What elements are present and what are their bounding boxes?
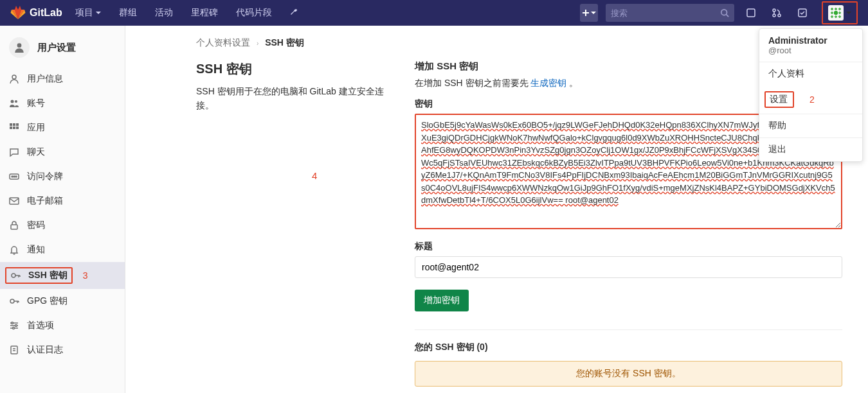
sidebar-item-label: 账号 [27, 98, 45, 109]
apps-icon [9, 123, 19, 133]
key-icon [10, 270, 21, 281]
pre-text-after: 。 [566, 78, 578, 88]
dropdown-user-name: Administrator [768, 35, 853, 46]
sidebar-item-profile[interactable]: 用户信息 [0, 67, 125, 91]
preferences-icon [9, 320, 19, 331]
svg-point-22 [12, 274, 15, 277]
svg-rect-10 [10, 123, 12, 126]
sidebar-title: 用户设置 [37, 42, 76, 54]
search-input[interactable] [611, 8, 720, 18]
top-nav: GitLab 项目 群组 活动 里程碑 代码片段 [0, 0, 868, 26]
annotation-3: 3 [83, 270, 88, 281]
todos-icon[interactable] [793, 4, 811, 22]
mail-icon [9, 196, 19, 206]
dropdown-profile[interactable]: 个人资料 [759, 62, 862, 85]
svg-point-19 [15, 176, 17, 177]
svg-point-7 [12, 75, 16, 79]
description-column: SSH 密钥 SSH 密钥用于在您的电脑和 GitLab 建立安全连接。 [196, 60, 389, 387]
generate-key-link[interactable]: 生成密钥 [530, 78, 566, 88]
svg-point-9 [15, 100, 17, 103]
dropdown-user-handle: @root [768, 46, 853, 55]
sidebar-item-label: 认证日志 [27, 344, 63, 356]
title-field-label: 标题 [415, 241, 842, 252]
admin-wrench-icon[interactable] [285, 4, 303, 22]
sidebar-item-chat[interactable]: 聊天 [0, 140, 125, 164]
chat-icon [9, 147, 19, 157]
page-description: SSH 密钥用于在您的电脑和 GitLab 建立安全连接。 [196, 84, 389, 113]
svg-point-23 [10, 299, 14, 303]
gitlab-icon [10, 5, 26, 21]
sidebar-item-password[interactable]: 密码 [0, 213, 125, 238]
avatar-icon [828, 5, 844, 21]
sidebar-item-account[interactable]: 账号 [0, 91, 125, 116]
svg-point-3 [773, 14, 775, 17]
main-content: 4 个人资料设置 › SSH 密钥 SSH 密钥 SSH 密钥用于在您的电脑和 … [125, 26, 868, 393]
title-input[interactable] [415, 256, 842, 278]
sidebar-item-gpg-keys[interactable]: GPG 密钥 [0, 289, 125, 313]
sidebar-item-preferences[interactable]: 首选项 [0, 313, 125, 338]
sidebar-item-label: SSH 密钥 [28, 270, 68, 281]
svg-rect-27 [11, 346, 17, 354]
sidebar-item-auth-log[interactable]: 认证日志 [0, 338, 125, 362]
merge-requests-icon[interactable] [768, 4, 786, 22]
issues-icon[interactable] [742, 4, 760, 22]
svg-rect-15 [16, 127, 19, 129]
new-dropdown-button[interactable] [580, 4, 598, 22]
sidebar-item-label: 聊天 [27, 146, 45, 158]
caret-down-icon [846, 12, 851, 14]
sidebar-item-notifications[interactable]: 通知 [0, 238, 125, 262]
nav-groups[interactable]: 群组 [114, 7, 142, 19]
breadcrumb-current: SSH 密钥 [265, 37, 304, 48]
dropdown-logout[interactable]: 退出 [759, 138, 862, 161]
sidebar: 用户设置 用户信息 账号 应用 聊天 访问令牌 电子邮箱 密码 通知 SSH 密… [0, 26, 125, 393]
dropdown-settings[interactable]: 设置 2 [759, 85, 862, 114]
svg-rect-14 [13, 127, 15, 129]
empty-keys-banner: 您的账号没有 SSH 密钥。 [415, 361, 842, 387]
nav-snippets[interactable]: 代码片段 [231, 7, 277, 19]
search-icon [720, 8, 729, 17]
dropdown-help[interactable]: 帮助 [759, 114, 862, 137]
nav-activity[interactable]: 活动 [150, 7, 178, 19]
caret-down-icon [96, 12, 101, 14]
page-heading: SSH 密钥 [196, 60, 389, 78]
user-avatar-icon [9, 37, 30, 58]
accounts-icon [9, 98, 19, 109]
add-key-button[interactable]: 增加密钥 [415, 290, 469, 311]
sidebar-item-label: 用户信息 [27, 73, 63, 85]
your-keys-heading: 您的 SSH 密钥 (0) [415, 342, 842, 353]
svg-point-25 [15, 325, 17, 327]
nav-projects[interactable]: 项目 [70, 7, 106, 19]
search-box[interactable] [606, 4, 734, 22]
caret-down-icon [591, 12, 596, 14]
sidebar-item-applications[interactable]: 应用 [0, 116, 125, 140]
svg-rect-12 [16, 123, 19, 126]
breadcrumb-root[interactable]: 个人资料设置 [196, 37, 250, 48]
brand-text: GitLab [30, 7, 62, 19]
sidebar-item-label: 应用 [27, 122, 45, 134]
svg-rect-20 [10, 198, 19, 204]
sidebar-item-ssh-keys[interactable]: SSH 密钥 3 [0, 262, 125, 289]
svg-point-18 [14, 176, 15, 177]
nav-milestones[interactable]: 里程碑 [186, 7, 223, 19]
brand-logo[interactable]: GitLab [10, 5, 62, 21]
svg-rect-21 [11, 225, 17, 229]
plus-icon [582, 9, 590, 17]
svg-point-6 [17, 43, 22, 48]
dropdown-settings-label: 设置 [764, 91, 794, 108]
sidebar-item-label: 密码 [27, 220, 45, 231]
sidebar-item-access-tokens[interactable]: 访问令牌 [0, 164, 125, 189]
token-icon [9, 171, 19, 182]
user-avatar-button[interactable] [822, 1, 858, 24]
svg-point-0 [721, 10, 727, 15]
sidebar-item-label: 通知 [27, 244, 45, 256]
bell-icon [9, 245, 19, 255]
sidebar-item-label: 首选项 [27, 320, 54, 331]
sidebar-item-label: 访问令牌 [27, 171, 63, 182]
sidebar-item-emails[interactable]: 电子邮箱 [0, 189, 125, 213]
pre-text-before: 在增加 SSH 密钥之前需要先 [415, 78, 530, 88]
breadcrumb: 个人资料设置 › SSH 密钥 [196, 26, 842, 60]
svg-rect-1 [747, 9, 755, 17]
chevron-right-icon: › [257, 40, 258, 47]
svg-point-26 [13, 328, 15, 329]
svg-rect-11 [13, 123, 15, 126]
